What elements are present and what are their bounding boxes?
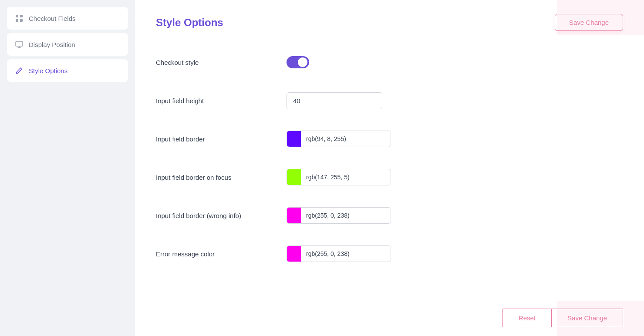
error-message-color-row: Error message color [156, 243, 623, 264]
top-bar: Style Options Save Change [156, 14, 623, 31]
input-border-color-wrapper[interactable] [287, 131, 391, 147]
input-border-color-text[interactable] [301, 132, 391, 146]
grid-icon [15, 14, 24, 23]
checkout-style-control [287, 56, 309, 68]
input-border-color-swatch[interactable] [287, 131, 301, 147]
input-border-focus-label: Input field border on focus [156, 174, 287, 181]
error-message-color-control [287, 245, 391, 262]
input-border-focus-color-wrapper[interactable] [287, 169, 391, 185]
input-border-label: Input field border [156, 135, 287, 143]
input-border-focus-color-text[interactable] [301, 170, 391, 184]
error-message-color-label: Error message color [156, 250, 287, 258]
sidebar-item-style-options[interactable]: Style Options [7, 59, 128, 82]
bottom-action-bar: Reset Save Change [270, 300, 644, 336]
error-message-color-swatch[interactable] [287, 246, 301, 262]
page-title: Style Options [156, 17, 223, 29]
input-border-row: Input field border [156, 128, 623, 149]
input-border-control [287, 131, 391, 147]
input-height-control: ▲ ▼ [287, 92, 382, 109]
sidebar-item-label: Style Options [29, 67, 67, 74]
input-border-wrong-color-swatch[interactable] [287, 208, 301, 223]
input-height-label: Input field height [156, 97, 287, 104]
input-border-wrong-row: Input field border (wrong info) [156, 205, 623, 226]
svg-point-7 [16, 73, 17, 74]
input-border-wrong-color-wrapper[interactable] [287, 207, 391, 224]
input-border-wrong-color-text[interactable] [301, 208, 391, 222]
input-border-focus-row: Input field border on focus [156, 167, 623, 188]
input-height-field[interactable] [287, 93, 382, 109]
svg-rect-0 [16, 15, 18, 17]
sidebar: Checkout Fields Display Position Style O… [0, 0, 135, 336]
svg-rect-1 [20, 15, 23, 17]
number-input-wrapper: ▲ ▼ [287, 92, 382, 109]
input-border-focus-control [287, 169, 391, 185]
input-border-focus-color-swatch[interactable] [287, 169, 301, 185]
brush-icon [15, 66, 24, 75]
svg-rect-3 [20, 19, 23, 22]
sidebar-item-display-position[interactable]: Display Position [7, 33, 128, 56]
checkout-style-row: Checkout style [156, 52, 623, 73]
monitor-icon [15, 40, 24, 49]
reset-button[interactable]: Reset [502, 309, 551, 327]
save-change-top-button[interactable]: Save Change [555, 14, 623, 31]
input-border-wrong-label: Input field border (wrong info) [156, 212, 287, 219]
input-height-row: Input field height ▲ ▼ [156, 90, 623, 111]
svg-rect-2 [16, 19, 18, 22]
input-border-wrong-control [287, 207, 391, 224]
sidebar-item-label: Checkout Fields [29, 15, 76, 22]
number-spinners: ▲ ▼ [382, 93, 382, 108]
svg-rect-4 [16, 41, 23, 46]
checkout-style-label: Checkout style [156, 59, 287, 66]
main-content: Style Options Save Change Checkout style… [135, 0, 644, 336]
checkout-style-toggle[interactable] [287, 56, 309, 68]
sidebar-item-label: Display Position [29, 41, 75, 48]
save-change-bottom-button[interactable]: Save Change [551, 309, 623, 327]
sidebar-item-checkout-fields[interactable]: Checkout Fields [7, 7, 128, 30]
error-message-color-text[interactable] [301, 247, 391, 261]
error-message-color-wrapper[interactable] [287, 245, 391, 262]
